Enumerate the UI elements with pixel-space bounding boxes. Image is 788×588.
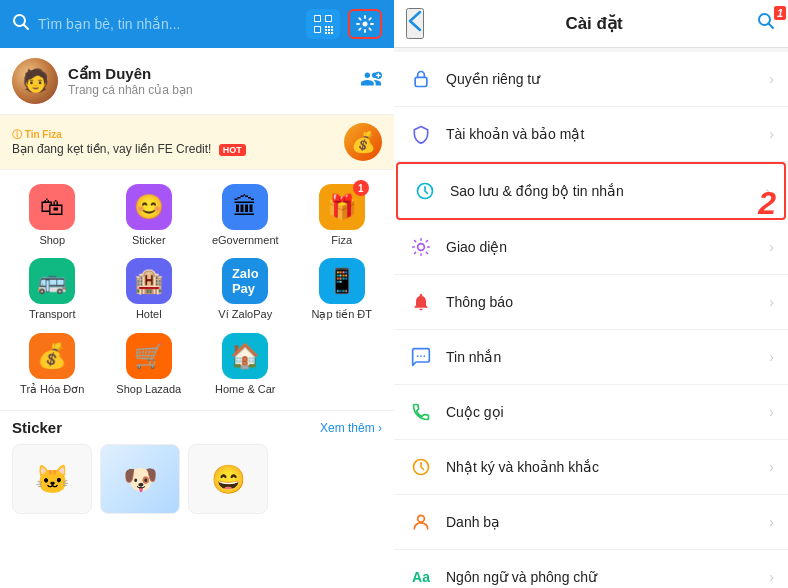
fiza-badge: 1 xyxy=(353,180,369,196)
calls-label: Cuộc gọi xyxy=(446,404,769,420)
app-egov-label: eGovernment xyxy=(212,234,279,246)
see-more-link[interactable]: Xem thêm › xyxy=(320,421,382,435)
privacy-label: Quyền riêng tư xyxy=(446,71,769,87)
app-homecar-label: Home & Car xyxy=(215,383,276,395)
trahoadon-icon: 💰 xyxy=(29,333,75,379)
calls-icon xyxy=(408,399,434,425)
diary-icon xyxy=(408,454,434,480)
right-panel: Cài đặt Quyền riêng tư › xyxy=(394,0,788,588)
app-trahoadon[interactable]: 💰 Trả Hóa Đơn xyxy=(4,327,101,402)
settings-button[interactable] xyxy=(348,9,382,39)
backup-icon xyxy=(412,178,438,204)
profile-subtitle: Trang cá nhân của bạn xyxy=(68,83,350,97)
sticker-row: 🐱 🐶 😄 xyxy=(0,440,394,518)
app-naptien[interactable]: 📱 Nạp tiền ĐT xyxy=(294,252,391,327)
app-fiza-label: Fiza xyxy=(331,234,352,246)
settings-item-language[interactable]: Aa Ngôn ngữ và phông chữ › xyxy=(394,550,788,588)
sticker-item-2[interactable]: 🐶 xyxy=(100,444,180,514)
right-header: Cài đặt xyxy=(394,0,788,48)
settings-item-theme[interactable]: Giao diện › xyxy=(394,220,788,275)
language-chevron: › xyxy=(769,569,774,585)
transport-icon: 🚌 xyxy=(29,258,75,304)
app-transport[interactable]: 🚌 Transport xyxy=(4,252,101,327)
privacy-chevron: › xyxy=(769,71,774,87)
svg-rect-14 xyxy=(325,32,327,34)
svg-rect-5 xyxy=(326,16,331,21)
security-chevron: › xyxy=(769,126,774,142)
svg-rect-8 xyxy=(325,26,327,28)
right-title: Cài đặt xyxy=(432,13,756,34)
profile-row[interactable]: 🧑 Cẩm Duyên Trang cá nhân của bạn xyxy=(0,48,394,115)
contacts-icon xyxy=(408,509,434,535)
banner-text: Bạn đang kẹt tiền, vay liền FE Credit! H… xyxy=(12,142,336,156)
theme-label: Giao diện xyxy=(446,239,769,255)
privacy-icon xyxy=(408,66,434,92)
app-transport-label: Transport xyxy=(29,308,76,320)
hotel-icon: 🏨 xyxy=(126,258,172,304)
app-naptien-label: Nạp tiền ĐT xyxy=(312,308,372,321)
svg-rect-7 xyxy=(315,27,320,32)
sticker-item-1[interactable]: 🐱 xyxy=(12,444,92,514)
contacts-chevron: › xyxy=(769,514,774,530)
settings-item-calls[interactable]: Cuộc gọi › xyxy=(394,385,788,440)
hot-badge: HOT xyxy=(219,144,246,156)
app-homecar[interactable]: 🏠 Home & Car xyxy=(197,327,294,402)
settings-item-contacts[interactable]: Danh bạ › xyxy=(394,495,788,550)
svg-point-25 xyxy=(418,244,425,251)
avatar: 🧑 xyxy=(12,58,58,104)
sticker-item-3[interactable]: 😄 xyxy=(188,444,268,514)
svg-rect-10 xyxy=(331,26,333,28)
backup-chevron: › xyxy=(765,183,770,199)
banner[interactable]: ⓘ Tin Fiza Bạn đang kẹt tiền, vay liền F… xyxy=(0,115,394,170)
add-friend-icon[interactable] xyxy=(360,68,382,95)
svg-rect-13 xyxy=(331,29,333,31)
left-panel: Tìm bạn bè, tin nhắn... xyxy=(0,0,394,588)
notification-label: Thông báo xyxy=(446,294,769,310)
settings-item-notification[interactable]: Thông báo › xyxy=(394,275,788,330)
naptien-icon: 📱 xyxy=(319,258,365,304)
contacts-label: Danh bạ xyxy=(446,514,769,530)
app-sticker[interactable]: 😊 Sticker xyxy=(101,178,198,252)
calls-chevron: › xyxy=(769,404,774,420)
svg-rect-11 xyxy=(325,29,327,31)
app-fiza[interactable]: 🎁 1 Fiza xyxy=(294,178,391,252)
search-icon xyxy=(12,13,30,36)
messages-icon xyxy=(408,344,434,370)
back-button[interactable] xyxy=(406,8,424,39)
left-header: Tìm bạn bè, tin nhắn... xyxy=(0,0,394,48)
sticker-section-header: Sticker Xem thêm › xyxy=(0,411,394,440)
profile-info: Cẩm Duyên Trang cá nhân của bạn xyxy=(68,65,350,97)
messages-chevron: › xyxy=(769,349,774,365)
settings-item-privacy[interactable]: Quyền riêng tư › xyxy=(394,52,788,107)
language-label: Ngôn ngữ và phông chữ xyxy=(446,569,769,585)
svg-point-26 xyxy=(417,355,419,357)
shop-icon: 🛍 xyxy=(29,184,75,230)
notification-icon xyxy=(408,289,434,315)
language-icon: Aa xyxy=(408,564,434,588)
settings-item-messages[interactable]: Tin nhắn › xyxy=(394,330,788,385)
security-label: Tài khoản và bảo mật xyxy=(446,126,769,142)
app-lazada-label: Shop Lazada xyxy=(116,383,181,395)
diary-label: Nhật ký và khoảnh khắc xyxy=(446,459,769,475)
svg-point-28 xyxy=(424,355,426,357)
app-zalopay[interactable]: ZaloPay Ví ZaloPay xyxy=(197,252,294,327)
settings-item-diary[interactable]: Nhật ký và khoảnh khắc › xyxy=(394,440,788,495)
settings-item-security[interactable]: Tài khoản và bảo mật › xyxy=(394,107,788,162)
sticker-icon: 😊 xyxy=(126,184,172,230)
app-sticker-label: Sticker xyxy=(132,234,166,246)
settings-item-backup[interactable]: Sao lưu & đồng bộ tin nhắn › xyxy=(396,162,786,220)
security-icon xyxy=(408,121,434,147)
app-lazada[interactable]: 🛒 Shop Lazada xyxy=(101,327,198,402)
app-shop[interactable]: 🛍 Shop xyxy=(4,178,101,252)
egov-icon: 🏛 xyxy=(222,184,268,230)
app-egov[interactable]: 🏛 eGovernment xyxy=(197,178,294,252)
svg-rect-15 xyxy=(328,32,330,34)
diary-chevron: › xyxy=(769,459,774,475)
fiza-icon: 🎁 1 xyxy=(319,184,365,230)
app-trahoadon-label: Trả Hóa Đơn xyxy=(20,383,84,396)
banner-text-wrap: ⓘ Tin Fiza Bạn đang kẹt tiền, vay liền F… xyxy=(12,128,336,156)
apps-grid: 🛍 Shop 😊 Sticker 🏛 eGovernment 🎁 1 Fiza … xyxy=(0,170,394,411)
messages-label: Tin nhắn xyxy=(446,349,769,365)
qr-button[interactable] xyxy=(306,9,340,39)
app-hotel[interactable]: 🏨 Hotel xyxy=(101,252,198,327)
